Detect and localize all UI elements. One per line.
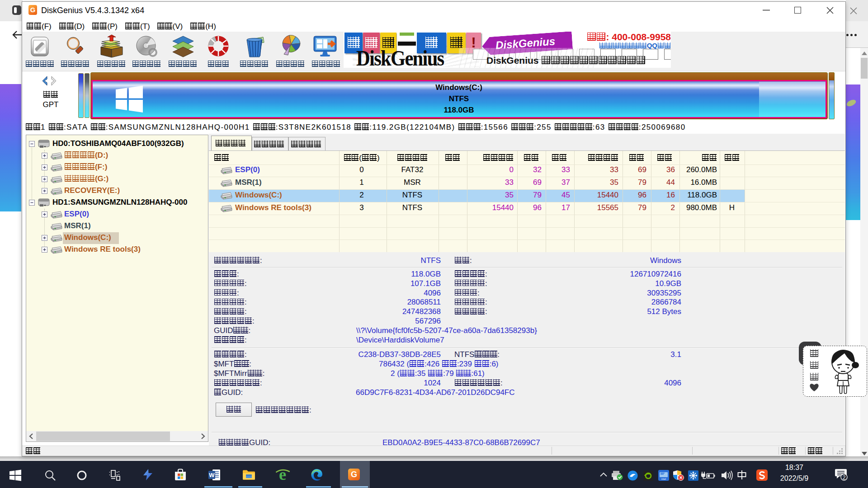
- svg-text:W: W: [209, 472, 215, 479]
- svg-text:2: 2: [843, 474, 846, 481]
- svg-text:e: e: [279, 467, 286, 482]
- svg-text:intel: intel: [661, 478, 666, 480]
